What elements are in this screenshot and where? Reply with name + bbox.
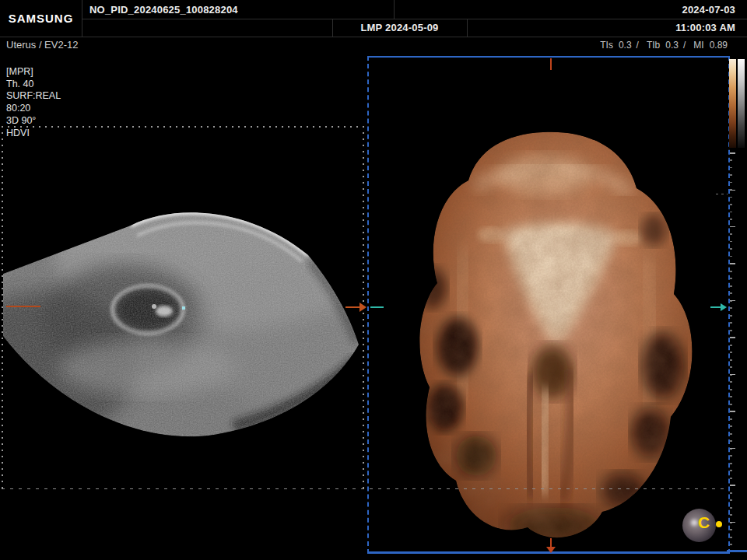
lmp-field: LMP 2024-05-09 — [332, 19, 467, 37]
mi-label: MI — [693, 40, 703, 51]
mpr-roi-edge-left[interactable] — [2, 126, 3, 488]
header-divider — [0, 37, 747, 37]
colorbar-gray — [738, 59, 745, 148]
header-divider — [332, 19, 333, 37]
exam-time: 11:00:03 AM — [675, 19, 735, 37]
reference-dash-marker — [716, 194, 728, 194]
mi-value: 0.89 — [710, 40, 728, 51]
samsung-logo: SAMSUNG — [0, 0, 82, 37]
mpr-axis-arrow-teal-right[interactable] — [710, 306, 721, 308]
render-direction-arrow-head — [546, 547, 556, 553]
header-divider — [82, 0, 82, 37]
patient-id: NO_PID_20240625_100828204 — [89, 0, 238, 19]
render-parameters: [MPR] Th. 40 SURF:REAL 80:20 3D 90° HDVI — [6, 66, 61, 139]
render-roi-box[interactable] — [367, 56, 730, 554]
orientation-ball-highlight — [691, 520, 697, 526]
parameter-item: Th. 40 — [6, 79, 61, 91]
safety-indices: TIs 0.3 / TIb 0.3 / MI 0.89 — [0, 40, 728, 51]
focus-depth-marker[interactable] — [6, 306, 40, 307]
mpr-axis-arrow-orange-head — [359, 303, 366, 312]
mpr-axis-arrow-orange[interactable] — [345, 306, 360, 308]
header-bar: SAMSUNG NO_PID_20240625_100828204 2024-0… — [0, 0, 747, 37]
render-direction-tick-top — [550, 58, 552, 70]
measurement-cursor-dot[interactable] — [182, 306, 185, 310]
mpr-axis-line-teal[interactable] — [370, 306, 384, 308]
depth-ruler — [730, 152, 736, 551]
tis-label: TIs — [600, 40, 613, 51]
colorbar-sepia — [729, 59, 736, 148]
parameter-item: 3D 90° — [6, 115, 61, 128]
ultrasound-screen: SAMSUNG NO_PID_20240625_100828204 2024-0… — [0, 0, 747, 560]
tib-value: 0.3 — [665, 40, 679, 51]
safety-separator: / — [637, 40, 639, 51]
parameter-item: 80:20 — [6, 103, 61, 115]
tis-value: 0.3 — [619, 40, 632, 51]
parameter-item: SURF:REAL — [6, 90, 61, 103]
safety-separator: / — [683, 40, 686, 51]
mpr-axis-arrow-teal-head — [721, 303, 727, 311]
header-divider — [467, 19, 468, 37]
tib-label: TIb — [647, 40, 660, 51]
header-divider — [394, 0, 395, 19]
exam-date: 2024-07-03 — [682, 0, 736, 19]
parameter-item: HDVI — [6, 128, 61, 140]
ultrasound-2d-image[interactable] — [0, 193, 366, 451]
orientation-dot-icon — [716, 521, 722, 527]
header-divider — [82, 19, 747, 19]
c-plane-indicator: C — [698, 514, 710, 531]
parameter-item: [MPR] — [6, 66, 61, 79]
